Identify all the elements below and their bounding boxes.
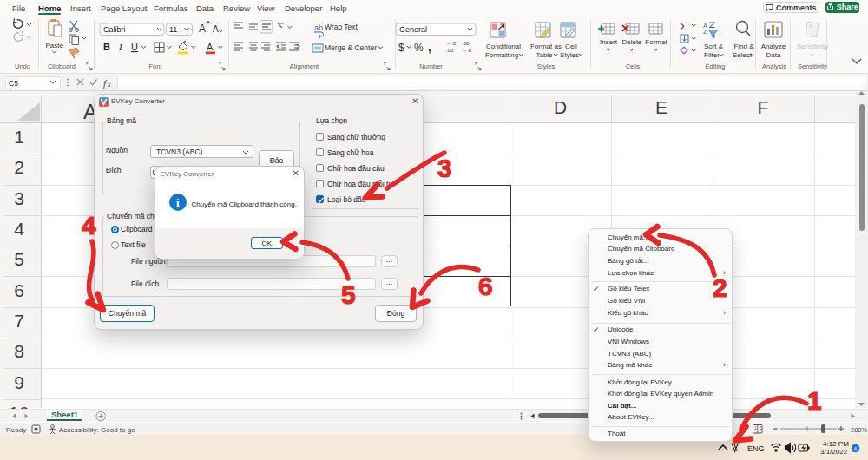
svg-text:ab: ab xyxy=(314,23,323,32)
svg-text:Analyze: Analyze xyxy=(761,43,786,50)
svg-text:,: , xyxy=(428,40,431,54)
svg-text:B: B xyxy=(103,42,110,52)
svg-text:Insert: Insert xyxy=(600,38,618,46)
svg-text:Sort &: Sort & xyxy=(704,43,724,50)
svg-text:A: A xyxy=(207,42,214,52)
svg-text:→.0: →.0 xyxy=(462,48,472,53)
svg-text:Calibri: Calibri xyxy=(103,25,126,34)
svg-text:11: 11 xyxy=(169,25,177,34)
svg-text:Delete: Delete xyxy=(621,38,642,46)
svg-text:4: 4 xyxy=(853,445,857,451)
svg-text:Sensitivity: Sensitivity xyxy=(797,43,828,50)
svg-text:Merge & Center: Merge & Center xyxy=(325,43,377,52)
svg-text:Paste: Paste xyxy=(46,42,64,49)
svg-text:Filter: Filter xyxy=(704,51,720,59)
svg-text:Wrap Text: Wrap Text xyxy=(325,23,358,31)
svg-text:Table: Table xyxy=(536,51,553,59)
svg-text:x: x xyxy=(107,81,111,89)
svg-text:Select: Select xyxy=(733,51,753,59)
svg-text:.00: .00 xyxy=(462,41,470,46)
svg-text:Format as: Format as xyxy=(530,43,562,50)
svg-text:.00: .00 xyxy=(446,48,454,53)
svg-text:I: I xyxy=(118,42,123,52)
svg-text:U: U xyxy=(131,42,138,52)
svg-text:Conditional: Conditional xyxy=(486,43,521,50)
svg-text:A: A xyxy=(213,24,219,34)
svg-text:Find &: Find & xyxy=(733,43,754,50)
svg-text:General: General xyxy=(399,25,427,34)
svg-text:Format: Format xyxy=(645,38,667,46)
svg-text:Cell: Cell xyxy=(565,43,577,50)
svg-text:Z: Z xyxy=(703,28,707,36)
svg-text:A: A xyxy=(199,23,206,35)
svg-text:$: $ xyxy=(398,42,404,54)
svg-text:Formatting: Formatting xyxy=(485,51,518,59)
svg-text:Σ: Σ xyxy=(680,20,687,33)
svg-text:%: % xyxy=(414,42,424,54)
svg-text:Data: Data xyxy=(766,51,781,59)
svg-text:←.0: ←.0 xyxy=(446,41,457,46)
svg-text:Styles: Styles xyxy=(560,51,579,59)
